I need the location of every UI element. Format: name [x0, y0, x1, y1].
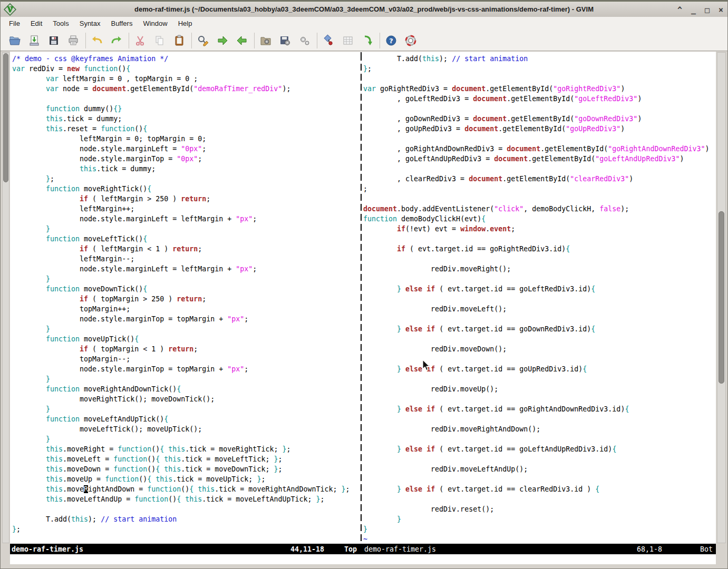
open-file-icon[interactable]	[7, 33, 23, 48]
titlebar: demo-raf-timer.js (~/Documents/a03_hobby…	[1, 1, 727, 17]
code-line: };	[12, 174, 360, 184]
run-script-icon[interactable]	[297, 33, 313, 48]
toolbar-separator	[254, 33, 255, 48]
text-cursor: R	[84, 485, 88, 493]
code-line: this.reset = function(){	[12, 124, 360, 134]
code-line: if ( topMargin > 250 ) return;	[12, 294, 360, 304]
maximize-button[interactable]: □	[705, 5, 710, 15]
left-scrollbar-thumb[interactable]	[3, 53, 8, 182]
toolbar-separator	[191, 33, 192, 48]
code-line: /* demo - css @keyframes Animation */	[12, 54, 360, 64]
code-line: }	[363, 514, 716, 524]
right-scrollbar-thumb[interactable]	[719, 211, 724, 384]
code-line	[363, 454, 716, 464]
jump-tag-icon[interactable]	[360, 33, 375, 48]
code-line: var node = document.getElementById("demo…	[12, 84, 360, 94]
find-help-icon[interactable]	[403, 33, 419, 48]
code-line: node.style.marginLeft = leftMargin + "px…	[12, 264, 360, 274]
statusbar-left-filename: demo-raf-timer.js	[10, 545, 83, 553]
save-all-icon[interactable]	[46, 33, 62, 48]
save-file-icon[interactable]	[26, 33, 42, 48]
svg-text:?: ?	[389, 37, 393, 45]
undo-icon[interactable]	[89, 33, 105, 48]
statusbar-right-scroll-position: Bot	[700, 545, 713, 553]
code-line: };	[12, 524, 360, 534]
build-tags-icon[interactable]	[340, 33, 356, 48]
statusbar-left-scroll-position: Top	[344, 545, 357, 553]
code-line: function moveLeftAndUpTick(){	[12, 414, 360, 424]
code-line	[363, 74, 716, 84]
menu-help[interactable]: Help	[173, 17, 198, 31]
code-line: node.style.marginTop = "0px";	[12, 154, 360, 164]
help-icon[interactable]: ?	[383, 33, 399, 48]
statusbar: demo-raf-timer.js 44,11-18 Top demo-raf-…	[10, 544, 716, 554]
code-line: };	[363, 64, 716, 74]
code-line: redDiv.moveDown();	[363, 344, 716, 354]
code-line: this.moveLeft = function(){ this.tick = …	[12, 454, 360, 464]
code-line: topMargin--;	[12, 354, 360, 364]
menu-file[interactable]: File	[4, 17, 25, 31]
code-line: topMargin++;	[12, 304, 360, 314]
editor-pane-right[interactable]: T.add(this); // start animation};var goR…	[362, 52, 716, 544]
statusbar-right-segment: demo-raf-timer.js 68,1-8 Bot	[360, 544, 716, 554]
code-line	[363, 274, 716, 284]
code-line: var leftMargin = 0 , topMargin = 0 ;	[12, 74, 360, 84]
find-replace-icon[interactable]	[195, 33, 211, 48]
code-line: }	[12, 224, 360, 234]
statusbar-right-filename: demo-raf-timer.js	[360, 545, 436, 553]
menu-tools[interactable]: Tools	[47, 17, 74, 31]
code-line: var redDiv = new function(){	[12, 64, 360, 74]
statusbar-right-ruler: 68,1-8	[637, 545, 662, 553]
save-session-icon[interactable]	[277, 33, 293, 48]
code-line: }	[363, 524, 716, 534]
menu-edit[interactable]: Edit	[25, 17, 47, 31]
code-line	[363, 334, 716, 344]
menu-buffers[interactable]: Buffers	[105, 17, 138, 31]
code-line	[363, 414, 716, 424]
code-line: leftMargin--;	[12, 254, 360, 264]
code-line: if ( leftMargin > 250 ) return;	[12, 194, 360, 204]
code-line: , goDownRedDiv3 = document.getElementByI…	[363, 114, 716, 124]
code-line: function dummy(){}	[12, 104, 360, 114]
shade-button[interactable]: ^	[677, 5, 682, 15]
menu-syntax[interactable]: Syntax	[74, 17, 106, 31]
code-line	[363, 394, 716, 404]
code-line: function demoBodyClickH(evt){	[363, 214, 716, 224]
menu-window[interactable]: Window	[138, 17, 172, 31]
code-line	[363, 374, 716, 384]
code-line: }	[12, 324, 360, 334]
code-line	[363, 314, 716, 324]
code-line: node.style.marginTop = topMargin + "px";	[12, 364, 360, 374]
menubar: FileEditToolsSyntaxBuffersWindowHelp	[1, 17, 727, 31]
code-line: T.add(this); // start animation	[12, 514, 360, 524]
find-prev-icon[interactable]	[234, 33, 250, 48]
load-session-icon[interactable]	[258, 33, 274, 48]
code-line: document.body.addEventListener("click", …	[363, 204, 716, 214]
code-line: ~	[363, 534, 716, 544]
code-line: , goRightAndDownRedDiv3 = document.getEl…	[363, 144, 716, 154]
copy-icon[interactable]	[152, 33, 168, 48]
code-line: node.style.marginTop = topMargin + "px";	[12, 314, 360, 324]
minimize-button[interactable]: _	[691, 5, 696, 15]
editor-pane-left[interactable]: /* demo - css @keyframes Animation */var…	[10, 52, 360, 544]
code-line: if ( evt.target.id == goRightRedDiv3.id)…	[363, 244, 716, 254]
code-line	[12, 504, 360, 514]
code-line: , goUpRedDiv3 = document.getElementById(…	[363, 124, 716, 134]
redo-icon[interactable]	[109, 33, 124, 48]
code-line	[363, 164, 716, 174]
code-line: ;	[363, 184, 716, 194]
paste-icon[interactable]	[171, 33, 187, 48]
cut-icon[interactable]	[132, 33, 148, 48]
make-icon[interactable]	[321, 33, 336, 48]
toolbar-separator	[380, 33, 380, 48]
code-line	[363, 254, 716, 264]
close-button[interactable]: ×	[719, 5, 723, 15]
code-line: if ( topMargin < 1 ) return;	[12, 344, 360, 354]
statusbar-left-ruler: 44,11-18	[290, 545, 324, 553]
code-line: redDiv.reset();	[363, 504, 716, 514]
code-line: } else if ( evt.target.id == goLeftRedDi…	[363, 284, 716, 294]
command-line[interactable]	[10, 554, 716, 564]
find-next-icon[interactable]	[215, 33, 230, 48]
toolbar: ?	[1, 31, 727, 51]
print-icon[interactable]	[65, 33, 81, 48]
